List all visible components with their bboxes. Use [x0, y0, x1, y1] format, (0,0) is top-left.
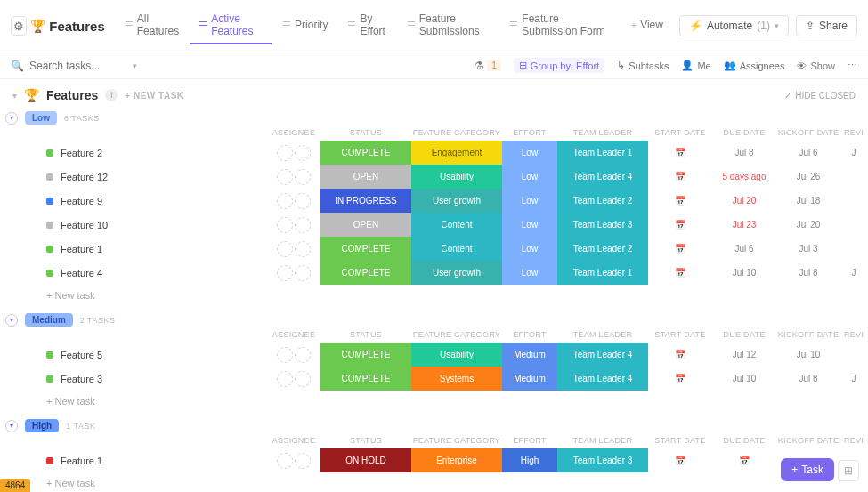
revi-cell[interactable]: J: [840, 268, 867, 278]
view-tab[interactable]: ☰Active Features: [190, 7, 272, 44]
column-header[interactable]: STATUS: [320, 330, 411, 339]
category-cell[interactable]: Usability: [411, 343, 502, 367]
new-task-fab[interactable]: +Task: [781, 458, 834, 481]
column-header[interactable]: KICKOFF DATE: [776, 330, 840, 339]
subtasks-button[interactable]: ↳Subtasks: [617, 60, 669, 71]
start-date-cell[interactable]: 📅: [648, 374, 712, 383]
status-cell[interactable]: OPEN: [320, 213, 411, 237]
effort-cell[interactable]: Low: [502, 237, 557, 261]
task-name[interactable]: Feature 5: [0, 350, 267, 360]
kickoff-date-cell[interactable]: Jul 8: [776, 374, 840, 383]
task-name[interactable]: Feature 12: [0, 172, 267, 182]
category-cell[interactable]: User growth: [411, 189, 502, 213]
column-header[interactable]: START DATE: [648, 128, 712, 137]
column-header[interactable]: REVI: [840, 330, 867, 339]
collapse-icon[interactable]: ▾: [12, 91, 17, 101]
assignee-cell[interactable]: [267, 453, 320, 469]
effort-cell[interactable]: Low: [502, 189, 557, 213]
new-task-row-button[interactable]: + New task: [0, 472, 868, 492]
task-row[interactable]: Feature 3 COMPLETE Systems Medium Team L…: [0, 367, 868, 391]
column-header[interactable]: REVI: [840, 436, 867, 445]
column-header[interactable]: EFFORT: [502, 128, 557, 137]
info-icon[interactable]: i: [105, 89, 118, 101]
effort-cell[interactable]: Low: [502, 261, 557, 285]
kickoff-date-cell[interactable]: Jul 3: [776, 244, 840, 254]
status-cell[interactable]: COMPLETE: [320, 261, 411, 285]
due-date-cell[interactable]: Jul 12: [712, 350, 776, 359]
start-date-cell[interactable]: 📅: [648, 172, 712, 181]
column-header[interactable]: REVI: [840, 128, 867, 137]
kickoff-date-cell[interactable]: Jul 26: [776, 172, 840, 181]
effort-cell[interactable]: Medium: [502, 343, 557, 367]
assignee-cell[interactable]: [267, 169, 320, 185]
leader-cell[interactable]: Team Leader 3: [557, 448, 648, 472]
apps-button[interactable]: ⊞: [838, 460, 859, 481]
category-cell[interactable]: Content: [411, 237, 502, 261]
column-header[interactable]: TEAM LEADER: [557, 128, 648, 137]
filter-count[interactable]: ⚗1: [475, 60, 501, 71]
column-header[interactable]: KICKOFF DATE: [776, 128, 840, 137]
column-header[interactable]: START DATE: [648, 436, 712, 445]
new-task-row-button[interactable]: + New task: [0, 391, 868, 412]
column-header[interactable]: STATUS: [320, 436, 411, 445]
task-name[interactable]: Feature 1: [0, 456, 267, 466]
start-date-cell[interactable]: 📅: [648, 456, 712, 465]
kickoff-date-cell[interactable]: Jul 18: [776, 196, 840, 206]
effort-cell[interactable]: Low: [502, 213, 557, 237]
revi-cell[interactable]: J: [840, 148, 867, 157]
due-date-cell[interactable]: Jul 10: [712, 268, 776, 278]
task-name[interactable]: Feature 3: [0, 374, 267, 384]
effort-cell[interactable]: Medium: [502, 367, 557, 391]
column-header[interactable]: DUE DATE: [712, 128, 776, 137]
collapse-group-icon[interactable]: ▾: [5, 112, 18, 125]
new-task-header-button[interactable]: + NEW TASK: [125, 91, 183, 101]
leader-cell[interactable]: Team Leader 4: [557, 343, 648, 367]
kickoff-date-cell[interactable]: Jul 8: [776, 268, 840, 278]
category-cell[interactable]: Usability: [411, 165, 502, 189]
assignee-cell[interactable]: [267, 241, 320, 257]
column-header[interactable]: DUE DATE: [712, 330, 776, 339]
status-cell[interactable]: COMPLETE: [320, 343, 411, 367]
column-header[interactable]: TEAM LEADER: [557, 330, 648, 339]
task-row[interactable]: Feature 12 OPEN Usability Low Team Leade…: [0, 165, 868, 189]
kickoff-date-cell[interactable]: Jul 6: [776, 148, 840, 157]
status-cell[interactable]: OPEN: [320, 165, 411, 189]
due-date-cell[interactable]: Jul 23: [712, 220, 776, 230]
kickoff-date-cell[interactable]: Jul 20: [776, 220, 840, 230]
leader-cell[interactable]: Team Leader 2: [557, 237, 648, 261]
column-header[interactable]: KICKOFF DATE: [776, 436, 840, 445]
leader-cell[interactable]: Team Leader 4: [557, 367, 648, 391]
leader-cell[interactable]: Team Leader 1: [557, 141, 648, 165]
column-header[interactable]: STATUS: [320, 128, 411, 137]
column-header[interactable]: FEATURE CATEGORY: [411, 436, 502, 445]
leader-cell[interactable]: Team Leader 1: [557, 261, 648, 285]
effort-pill[interactable]: High: [25, 419, 59, 432]
start-date-cell[interactable]: 📅: [648, 268, 712, 278]
category-cell[interactable]: Systems: [411, 367, 502, 391]
column-header[interactable]: ASSIGNEE: [267, 330, 320, 339]
status-cell[interactable]: COMPLETE: [320, 141, 411, 165]
task-row[interactable]: Feature 1 ON HOLD Enterprise High Team L…: [0, 448, 868, 472]
task-row[interactable]: Feature 5 COMPLETE Usability Medium Team…: [0, 343, 868, 367]
task-name[interactable]: Feature 10: [0, 220, 267, 230]
chevron-down-icon[interactable]: ▾: [133, 61, 137, 70]
status-cell[interactable]: IN PROGRESS: [320, 189, 411, 213]
leader-cell[interactable]: Team Leader 4: [557, 165, 648, 189]
settings-button[interactable]: ⚙: [11, 16, 27, 36]
column-header[interactable]: ASSIGNEE: [267, 128, 320, 137]
group-by-button[interactable]: ⊞Group by: Effort: [514, 58, 604, 73]
category-cell[interactable]: Enterprise: [411, 448, 502, 472]
assignee-cell[interactable]: [267, 347, 320, 363]
effort-cell[interactable]: High: [502, 448, 557, 472]
search-input[interactable]: [29, 60, 127, 72]
due-date-cell[interactable]: Jul 10: [712, 374, 776, 383]
task-name[interactable]: Feature 2: [0, 148, 267, 158]
task-name[interactable]: Feature 9: [0, 196, 267, 206]
effort-cell[interactable]: Low: [502, 165, 557, 189]
start-date-cell[interactable]: 📅: [648, 220, 712, 230]
task-row[interactable]: Feature 2 COMPLETE Engagement Low Team L…: [0, 141, 868, 165]
collapse-group-icon[interactable]: ▾: [5, 314, 18, 327]
status-cell[interactable]: COMPLETE: [320, 237, 411, 261]
due-date-cell[interactable]: 📅: [712, 456, 776, 465]
column-header[interactable]: FEATURE CATEGORY: [411, 330, 502, 339]
